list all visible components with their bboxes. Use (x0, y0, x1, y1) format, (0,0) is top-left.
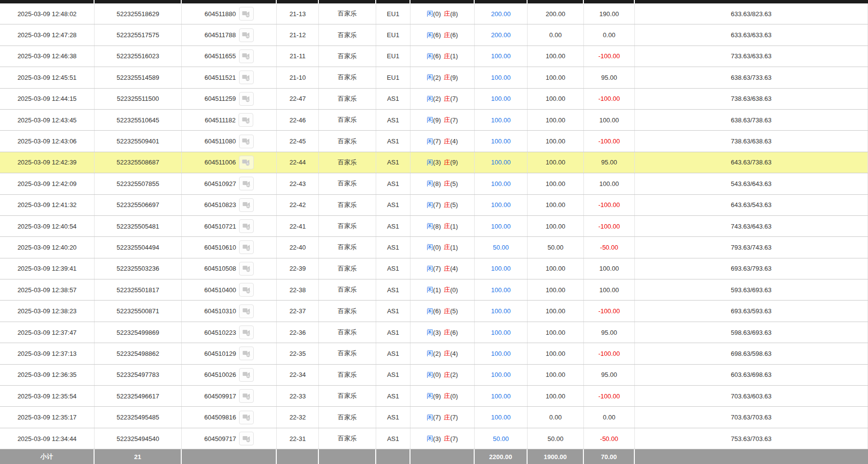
valid-bet-amount-link[interactable]: 100.00 (491, 95, 511, 102)
banker-points: (5) (450, 180, 458, 187)
valid-bet-amount-link[interactable]: 100.00 (491, 52, 511, 60)
table-row[interactable]: 2025-03-09 12:40:20 522325504494 6045106… (0, 237, 868, 258)
valid-bet-amount-link[interactable]: 100.00 (491, 307, 511, 315)
banker-label: 庄 (444, 371, 450, 379)
bet-time-cell: 2025-03-09 12:43:06 (0, 131, 95, 151)
round-cell: 22-39 (277, 258, 319, 279)
table-row[interactable]: 2025-03-09 12:34:44 522325494540 6045097… (0, 428, 868, 449)
video-replay-icon (242, 435, 251, 442)
video-replay-button[interactable] (239, 389, 254, 403)
table-row[interactable]: 2025-03-09 12:38:23 522325500871 6045103… (0, 301, 868, 322)
video-replay-button[interactable] (239, 113, 253, 127)
video-replay-button[interactable] (239, 304, 254, 318)
bet-id-cell: 522325504494 (95, 237, 182, 257)
valid-bet-amount-link[interactable]: 200.00 (491, 31, 511, 39)
video-replay-button[interactable] (239, 411, 254, 424)
video-replay-button[interactable] (239, 156, 254, 169)
round-number: 22-36 (289, 329, 306, 336)
table-row[interactable]: 2025-03-09 12:40:54 522325505481 6045107… (0, 216, 868, 237)
bet-amount: 0.00 (549, 414, 561, 421)
valid-bet-amount-link[interactable]: 100.00 (491, 265, 511, 272)
table-row[interactable]: 2025-03-09 12:37:13 522325498862 6045101… (0, 343, 868, 364)
table-row[interactable]: 2025-03-09 12:47:28 522325517575 6045117… (0, 24, 868, 46)
game-id-cell: 604510508 (182, 258, 277, 279)
banker-label: 庄 (444, 392, 450, 400)
player-label: 闲 (427, 9, 433, 18)
table-row[interactable]: 2025-03-09 12:45:51 522325514589 6045115… (0, 67, 868, 88)
video-replay-button[interactable] (239, 177, 254, 190)
bet-time: 2025-03-09 12:34:44 (18, 435, 77, 442)
bet-id-cell: 522325496617 (95, 386, 182, 406)
valid-bet-amount-link[interactable]: 100.00 (491, 159, 511, 166)
valid-bet-amount-link[interactable]: 100.00 (491, 329, 511, 336)
video-replay-icon (242, 138, 250, 145)
valid-bet-amount-link[interactable]: 200.00 (491, 10, 511, 18)
round-number: 22-46 (289, 116, 306, 124)
bet-id: 522325497783 (117, 371, 159, 378)
table-header-strip (0, 0, 868, 3)
table-row[interactable]: 2025-03-09 12:42:09 522325507855 6045109… (0, 173, 868, 194)
video-replay-button[interactable] (239, 347, 254, 360)
table-row[interactable]: 2025-03-09 12:35:54 522325496617 6045099… (0, 386, 868, 407)
table-row[interactable]: 2025-03-09 12:35:17 522325495485 6045098… (0, 407, 868, 428)
valid-bet-amount-link[interactable]: 100.00 (491, 223, 511, 230)
table-row[interactable]: 2025-03-09 12:42:39 522325508687 6045110… (0, 152, 868, 173)
valid-bet-amount-link[interactable]: 100.00 (491, 201, 511, 209)
valid-bet-cell: 100.00 (475, 322, 528, 343)
game-id: 604511182 (205, 116, 236, 124)
video-replay-button[interactable] (239, 49, 254, 63)
table-row[interactable]: 2025-03-09 12:44:15 522325511500 6045112… (0, 89, 868, 110)
valid-bet-amount-link[interactable]: 100.00 (491, 74, 511, 81)
valid-bet-amount-link[interactable]: 100.00 (491, 414, 511, 421)
balance-before-after: 603.63/698.63 (731, 371, 772, 378)
video-replay-button[interactable] (239, 262, 254, 276)
video-replay-button[interactable] (239, 92, 254, 106)
table-row[interactable]: 2025-03-09 12:38:57 522325501817 6045104… (0, 279, 868, 301)
table-row[interactable]: 2025-03-09 12:39:41 522325503236 6045105… (0, 258, 868, 279)
table-row[interactable]: 2025-03-09 12:37:47 522325499869 6045102… (0, 322, 868, 343)
table-name: EU1 (387, 31, 399, 39)
valid-bet-amount-link[interactable]: 100.00 (491, 371, 511, 378)
table-row[interactable]: 2025-03-09 12:48:02 522325518629 6045118… (0, 3, 868, 24)
banker-label: 庄 (444, 73, 450, 82)
video-replay-button[interactable] (239, 135, 254, 148)
bet-amount: 100.00 (546, 307, 565, 315)
table-name: EU1 (387, 52, 399, 60)
round-cell: 22-43 (277, 173, 319, 194)
valid-bet-amount-link[interactable]: 100.00 (491, 393, 511, 400)
valid-bet-amount-link[interactable]: 100.00 (491, 180, 511, 187)
video-replay-button[interactable] (239, 70, 254, 84)
valid-bet-amount-link[interactable]: 50.00 (493, 435, 509, 442)
video-replay-button[interactable] (239, 28, 254, 42)
bet-amount-cell: 0.00 (528, 407, 584, 427)
table-row[interactable]: 2025-03-09 12:46:38 522325516023 6045116… (0, 46, 868, 67)
game-name-cell: 百家乐 (319, 131, 376, 151)
game-id-cell: 604510026 (182, 365, 277, 385)
valid-bet-amount-link[interactable]: 50.00 (493, 244, 509, 251)
table-row[interactable]: 2025-03-09 12:36:35 522325497783 6045100… (0, 365, 868, 386)
banker-points: (0) (450, 393, 458, 400)
valid-bet-amount-link[interactable]: 100.00 (491, 286, 511, 294)
video-replay-button[interactable] (239, 283, 254, 297)
valid-bet-amount-link[interactable]: 100.00 (491, 350, 511, 357)
video-replay-button[interactable] (239, 219, 254, 233)
video-replay-button[interactable] (239, 432, 254, 445)
video-replay-button[interactable] (239, 240, 254, 254)
banker-points: (6) (450, 329, 458, 336)
video-replay-button[interactable] (239, 325, 254, 339)
bet-amount: 100.00 (546, 95, 565, 102)
game-result-cell: 闲(8)庄(1) (410, 216, 475, 236)
game-name: 百家乐 (338, 222, 357, 231)
table-row[interactable]: 2025-03-09 12:41:32 522325506697 6045108… (0, 195, 868, 216)
player-points: (6) (433, 31, 441, 39)
video-replay-button[interactable] (239, 368, 254, 382)
video-replay-button[interactable] (239, 7, 254, 21)
game-name: 百家乐 (338, 264, 357, 273)
valid-bet-amount-link[interactable]: 100.00 (491, 138, 511, 145)
valid-bet-amount-link[interactable]: 100.00 (491, 116, 511, 124)
video-replay-button[interactable] (239, 198, 254, 212)
bet-id-cell: 522325517575 (95, 24, 182, 45)
video-replay-icon (242, 329, 251, 336)
table-row[interactable]: 2025-03-09 12:43:45 522325510645 6045111… (0, 110, 868, 131)
table-row[interactable]: 2025-03-09 12:43:06 522325509401 6045110… (0, 131, 868, 152)
